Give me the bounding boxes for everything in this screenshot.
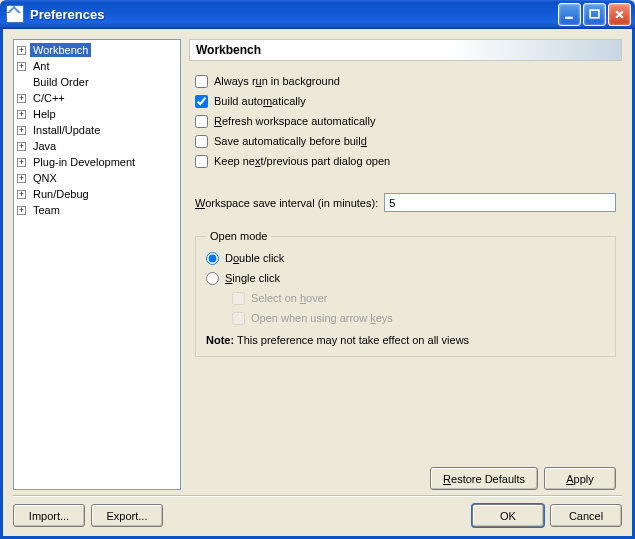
double-click-label: Double click [225,252,284,264]
expand-icon[interactable]: + [17,142,26,151]
tree-item-label: Install/Update [30,123,103,137]
maximize-button[interactable] [583,3,606,26]
tree-item-label: C/C++ [30,91,68,105]
tree-item-ant[interactable]: +Ant [14,58,180,74]
tree-item-label: Workbench [30,43,91,57]
refresh_ws-checkbox[interactable] [195,115,208,128]
tree-item-build-order[interactable]: Build Order [14,74,180,90]
keep_dialog-checkbox[interactable] [195,155,208,168]
settings-panel: Workbench Always run in backgroundBuild … [189,39,622,490]
minimize-button[interactable] [558,3,581,26]
build_auto-label: Build automatically [214,95,306,107]
cancel-button[interactable]: Cancel [550,504,622,527]
tree-item-run-debug[interactable]: +Run/Debug [14,186,180,202]
expand-icon[interactable]: + [17,110,26,119]
expand-icon[interactable]: + [17,62,26,71]
expand-icon[interactable]: + [17,158,26,167]
workspace-interval-label: Workspace save interval (in minutes): [195,197,378,209]
restore-defaults-button[interactable]: Restore Defaults [430,467,538,490]
refresh_ws-label: Refresh workspace automatically [214,115,375,127]
expand-spacer [17,78,26,87]
svg-rect-0 [565,16,573,18]
save_before-label: Save automatically before build [214,135,367,147]
tree-item-plug-in-development[interactable]: +Plug-in Development [14,154,180,170]
export-button[interactable]: Export... [91,504,163,527]
tree-item-c-c-[interactable]: +C/C++ [14,90,180,106]
import-button[interactable]: Import... [13,504,85,527]
single-click-label: Single click [225,272,280,284]
tree-item-label: Run/Debug [30,187,92,201]
expand-icon[interactable]: + [17,126,26,135]
tree-item-workbench[interactable]: +Workbench [14,42,180,58]
expand-icon[interactable]: + [17,190,26,199]
close-button[interactable] [608,3,631,26]
tree-item-label: Build Order [30,75,92,89]
build_auto-checkbox[interactable] [195,95,208,108]
tree-item-help[interactable]: +Help [14,106,180,122]
keep_dialog-label: Keep next/previous part dialog open [214,155,390,167]
tree-item-label: QNX [30,171,60,185]
title-bar: Preferences [0,0,635,29]
select-on-hover-checkbox [232,292,245,305]
expand-icon[interactable]: + [17,174,26,183]
expand-icon[interactable]: + [17,206,26,215]
arrow-keys-label: Open when using arrow keys [251,312,393,324]
note-text: This preference may not take effect on a… [237,334,469,346]
tree-item-label: Java [30,139,59,153]
workspace-interval-input[interactable] [384,193,616,212]
tree-item-java[interactable]: +Java [14,138,180,154]
double-click-radio[interactable] [206,252,219,265]
always_bg-checkbox[interactable] [195,75,208,88]
svg-rect-1 [590,10,599,18]
single-click-radio[interactable] [206,272,219,285]
apply-button[interactable]: Apply [544,467,616,490]
window-title: Preferences [30,7,558,22]
expand-icon[interactable]: + [17,94,26,103]
page-title: Workbench [189,39,622,61]
tree-item-label: Plug-in Development [30,155,138,169]
ok-button[interactable]: OK [472,504,544,527]
select-on-hover-label: Select on hover [251,292,327,304]
tree-item-team[interactable]: +Team [14,202,180,218]
tree-item-label: Team [30,203,63,217]
category-tree[interactable]: +Workbench+AntBuild Order+C/C+++Help+Ins… [13,39,181,490]
app-icon [6,5,24,23]
tree-item-label: Help [30,107,59,121]
open-mode-legend: Open mode [206,230,271,242]
tree-item-qnx[interactable]: +QNX [14,170,180,186]
save_before-checkbox[interactable] [195,135,208,148]
open-mode-group: Open mode Double click Single click Sele… [195,230,616,357]
tree-item-label: Ant [30,59,53,73]
always_bg-label: Always run in background [214,75,340,87]
expand-icon[interactable]: + [17,46,26,55]
note-label: Note: [206,334,234,346]
arrow-keys-checkbox [232,312,245,325]
tree-item-install-update[interactable]: +Install/Update [14,122,180,138]
